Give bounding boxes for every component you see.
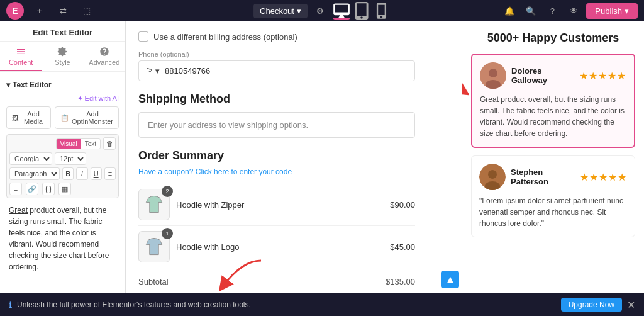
flag-selector[interactable]: 🏳 ▾ <box>145 66 160 76</box>
underline-btn[interactable]: U <box>91 167 102 180</box>
reviewer-info-2: Stephen Patterson <box>511 167 575 186</box>
elementor-logo[interactable]: E <box>6 2 24 20</box>
tablet-btn[interactable] <box>353 2 370 20</box>
item-badge-1: 2 <box>162 186 173 197</box>
subtotal-label: Subtotal <box>138 277 169 286</box>
checkout-selector[interactable]: Checkout ▾ <box>253 4 308 18</box>
phone-row: Phone (optional) 🏳 ▾ 8810549766 <box>138 50 415 81</box>
publish-button[interactable]: Publish ▾ <box>586 3 638 19</box>
item-name-1: Hoodie with Zipper <box>176 200 384 210</box>
visual-mode-btn[interactable]: Visual <box>57 139 81 149</box>
sidebar: Edit Text Editor Content Style Advanced … <box>0 21 126 316</box>
upgrade-button[interactable]: Upgrade Now <box>561 298 622 312</box>
desktop-btn[interactable] <box>333 2 350 20</box>
item-img-2: 1 <box>138 231 170 262</box>
text-mode-btn[interactable]: Text <box>81 139 100 149</box>
chevron-down-icon: ▾ <box>297 6 301 16</box>
review-card-1: Dolores Galloway ★★★★★ Great product ove… <box>471 54 635 148</box>
svg-point-5 <box>488 170 497 179</box>
right-panel: 5000+ Happy Customers Dolores Galloway <box>462 21 644 316</box>
topbar-center: Checkout ▾ ⚙ <box>253 2 391 20</box>
billing-checkbox[interactable] <box>138 31 148 42</box>
notifications-icon[interactable]: 🔔 <box>501 2 518 20</box>
review-header-1: Dolores Galloway ★★★★★ <box>480 62 626 89</box>
stars-1: ★★★★★ <box>579 70 626 82</box>
block-type-select[interactable]: Paragraph <box>9 167 60 180</box>
tab-advanced[interactable]: Advanced <box>84 42 125 71</box>
mobile-btn[interactable] <box>373 2 391 20</box>
item-price-2: $45.00 <box>390 242 415 252</box>
font-size-select[interactable]: 12pt <box>55 152 86 165</box>
responsive-btn[interactable]: ⬚ <box>78 2 96 20</box>
add-media-button[interactable]: 🖼 Add Media <box>6 106 51 129</box>
toolbar-row1: Visual Text 🗑 <box>9 137 116 150</box>
tab-style[interactable]: Style <box>42 42 83 71</box>
optinmonster-icon: 📋 <box>60 114 69 122</box>
reviewer-avatar-2 <box>479 164 506 190</box>
order-item-1: 2 Hoodie with Zipper $90.00 <box>138 184 415 226</box>
help-icon[interactable]: ? <box>543 2 561 20</box>
sidebar-tabs: Content Style Advanced <box>0 42 125 72</box>
info-icon: ℹ <box>9 300 12 310</box>
device-buttons <box>333 2 391 20</box>
link-btn[interactable]: 🔗 <box>26 183 38 195</box>
remove-formatting-btn[interactable]: 🗑 <box>103 137 116 150</box>
billing-label: Use a different billing address (optiona… <box>153 32 297 42</box>
flag-chevron: ▾ <box>155 66 160 76</box>
reviewer-name-2: Stephen Patterson <box>511 167 575 186</box>
text-editor-section: Text Editor ✦ Edit with AI 🖼 Add Media 📋… <box>0 72 125 280</box>
ai-edit-button[interactable]: ✦ Edit with AI <box>6 93 119 104</box>
editor-body-text: product overall, but the sizing runs sma… <box>9 206 109 271</box>
settings-icon[interactable]: ⚙ <box>311 2 329 20</box>
scroll-to-top-btn[interactable]: ▲ <box>441 271 459 288</box>
item-img-1: 2 <box>138 189 170 220</box>
checkout-content: Use a different billing address (optiona… <box>126 21 428 316</box>
add-element-btn[interactable]: ＋ <box>30 2 48 20</box>
media-row: 🖼 Add Media 📋 Add OptinMonster <box>6 106 119 129</box>
red-arrow-main <box>462 72 469 110</box>
toolbar-row3: Paragraph B I U ≡ <box>9 167 116 180</box>
review-text-1: Great product overall, but the sizing ru… <box>480 94 626 139</box>
shipping-box: Enter your address to view shipping opti… <box>138 112 415 138</box>
close-bottom-bar-btn[interactable]: ✕ <box>627 299 635 311</box>
right-panel-heading: 5000+ Happy Customers <box>471 31 635 45</box>
subtotal-row: Subtotal $135.00 <box>138 274 415 289</box>
editor-underline-word: Great <box>9 206 28 215</box>
svg-point-2 <box>489 69 497 77</box>
align-btn[interactable]: ≡ <box>9 183 22 195</box>
sidebar-title: Edit Text Editor <box>0 21 125 42</box>
item-badge-2: 1 <box>162 228 173 239</box>
order-item-2: 1 Hoodie with Logo $45.00 <box>138 226 415 268</box>
list-btn[interactable]: ≡ <box>104 167 116 180</box>
bottom-bar: ℹ Unleash the full power of Elementor's … <box>0 293 644 316</box>
add-optinmonster-button[interactable]: 📋 Add OptinMonster <box>55 106 119 129</box>
section-title: Text Editor <box>6 77 119 93</box>
billing-row: Use a different billing address (optiona… <box>138 31 415 42</box>
toolbar-row4: ≡ 🔗 { } ▦ <box>9 183 116 195</box>
coupon-link[interactable]: Have a coupon? Click here to enter your … <box>138 167 415 176</box>
media-icon: 🖼 <box>12 114 19 121</box>
stars-2: ★★★★★ <box>580 171 627 183</box>
main-layout: Edit Text Editor Content Style Advanced … <box>0 21 644 316</box>
tab-content[interactable]: Content <box>0 42 42 71</box>
review-text-2: "Lorem ipsum dolor si amet parturient nu… <box>479 195 627 229</box>
bold-btn[interactable]: B <box>62 167 74 180</box>
bottom-bar-text: Unleash the full power of Elementor's fe… <box>17 300 556 309</box>
editor-text-content[interactable]: Great product overall, but the sizing ru… <box>6 202 119 275</box>
code-btn[interactable]: { } <box>42 183 55 195</box>
preview-icon[interactable]: 👁 <box>565 2 582 20</box>
topbar: E ＋ ⇄ ⬚ Checkout ▾ ⚙ 🔔 🔍 ? 👁 Publish ▾ <box>0 0 644 21</box>
search-icon[interactable]: 🔍 <box>522 2 540 20</box>
item-price-1: $90.00 <box>390 200 415 210</box>
reviewer-name-1: Dolores Galloway <box>511 66 574 85</box>
phone-value: 8810549766 <box>165 66 210 76</box>
review-card-2: Stephen Patterson ★★★★★ "Lorem ipsum dol… <box>471 155 635 237</box>
font-family-select[interactable]: Georgia <box>9 152 52 165</box>
history-btn[interactable]: ⇄ <box>54 2 72 20</box>
italic-btn[interactable]: I <box>76 167 87 180</box>
canvas: Use a different billing address (optiona… <box>126 21 462 316</box>
order-summary-heading: Order Summary <box>138 149 415 162</box>
table-btn[interactable]: ▦ <box>58 183 71 195</box>
phone-input-wrap[interactable]: 🏳 ▾ 8810549766 <box>138 60 415 81</box>
subtotal-value: $135.00 <box>386 277 415 286</box>
